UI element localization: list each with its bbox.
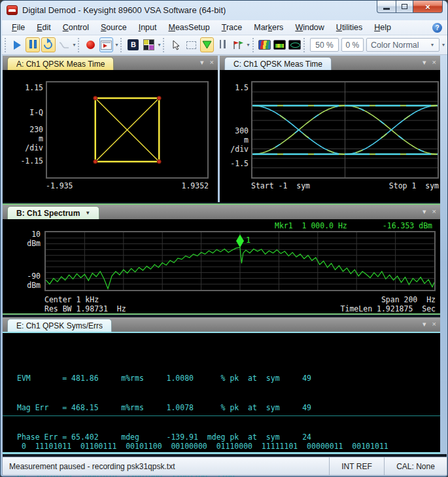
- menu-item-meassetup[interactable]: MeasSetup: [162, 21, 215, 34]
- constellation-state-point: [94, 160, 97, 164]
- spectrum-plot[interactable]: 1: [46, 232, 434, 290]
- menu-item-trace[interactable]: Trace: [216, 21, 249, 34]
- panel-e-dropdown-icon[interactable]: ▾: [422, 319, 426, 328]
- panel-a: A: Ch1 QPSK Meas Time ▾ × 1.15 I-Q 230 m…: [3, 56, 218, 202]
- c-x-axis-row: Start -1 sym Stop 1 sym: [251, 181, 439, 190]
- panel-b-dropdown-icon[interactable]: ▾: [422, 207, 426, 216]
- evm-row: EVM = 481.86 m%rms 1.0080 % pk at sym 49: [17, 374, 311, 383]
- constellation-state-point: [157, 160, 161, 164]
- panel-a-close-icon[interactable]: ×: [210, 58, 214, 67]
- menu-item-control[interactable]: Control: [57, 21, 95, 34]
- play-button[interactable]: [10, 37, 25, 52]
- toolbar-grip[interactable]: [252, 38, 256, 52]
- restart-button[interactable]: [41, 37, 56, 52]
- eye-display-button[interactable]: [288, 40, 301, 50]
- toolbar-grip[interactable]: [78, 38, 81, 52]
- eye-plot[interactable]: [252, 82, 438, 177]
- res-bw-label: Res BW 1.98731 Hz: [44, 304, 126, 313]
- record-dropdown-icon[interactable]: ▾: [115, 42, 118, 48]
- play-icon: [14, 41, 21, 50]
- titlebar[interactable]: Digital Demod - Keysight 89600 VSA Softw…: [1, 1, 448, 20]
- close-button[interactable]: ×: [413, 1, 443, 13]
- calibration-status[interactable]: CAL: None: [384, 457, 447, 475]
- zoom-select-icon: [186, 41, 196, 49]
- app-window: Digital Demod - Keysight 89600 VSA Softw…: [0, 0, 448, 477]
- run-dropdown-icon[interactable]: ▾: [73, 42, 75, 48]
- maximize-button[interactable]: [396, 1, 413, 13]
- trace-layout-icon: [143, 39, 154, 50]
- constellation-plot[interactable]: [47, 82, 207, 177]
- marker-flags-icon: [232, 40, 244, 50]
- c-y-max-label: 1.5: [221, 83, 249, 92]
- marker-peak-button[interactable]: [200, 37, 215, 52]
- marker-level: -16.353 dBm: [383, 221, 432, 230]
- color-mode-dropdown-icon: ▾: [431, 42, 434, 48]
- color-mode-select[interactable]: Color Normal ▾: [366, 38, 439, 52]
- restart-icon: [43, 39, 54, 50]
- minimize-button[interactable]: [377, 1, 396, 13]
- single-sweep-button[interactable]: [57, 37, 71, 52]
- b-data-button[interactable]: B: [126, 37, 141, 52]
- menu-item-markers[interactable]: Markers: [248, 21, 289, 34]
- menu-item-input[interactable]: Input: [133, 21, 163, 34]
- c-scale-unit-label: m: [221, 135, 249, 145]
- panel-a-body: 1.15 I-Q 230 m /div -1.15 -1.935 1.9352: [3, 70, 218, 202]
- menu-item-source[interactable]: Source: [95, 21, 133, 34]
- panel-a-dropdown-icon[interactable]: ▾: [200, 58, 204, 67]
- density-display-button[interactable]: [273, 40, 286, 50]
- panel-e-body: EVM = 481.86 m%rms 1.0080 % pk at sym 49…: [3, 332, 440, 454]
- tab-c[interactable]: C: Ch1 QPSK Meas Time: [224, 57, 332, 70]
- c-scale-div-label: /div: [221, 145, 249, 154]
- floor-input[interactable]: [341, 38, 364, 52]
- recorder-playback-button[interactable]: [99, 37, 114, 52]
- panel-c-tabbar: C: Ch1 QPSK Meas Time ▾ ×: [220, 56, 440, 70]
- menu-item-help[interactable]: Help: [368, 21, 397, 34]
- reference-status[interactable]: INT REF: [329, 457, 384, 475]
- symbol-row-0: 0 11101011 01100111 00101100 00100000 01…: [17, 442, 388, 451]
- menu-item-file[interactable]: File: [6, 21, 31, 34]
- panel-c: C: Ch1 QPSK Meas Time ▾ × 1.5 300 m /div…: [220, 56, 440, 202]
- a-y-min-label: -1.15: [7, 156, 43, 166]
- panel-b-tabbar: B: Ch1 Spectrum ▼ ▾ ×: [3, 205, 440, 219]
- menu-item-edit[interactable]: Edit: [31, 21, 57, 34]
- recorder-icon: [101, 41, 112, 50]
- toolbar-grip[interactable]: [303, 38, 307, 52]
- tab-a[interactable]: A: Ch1 QPSK Meas Time: [7, 57, 114, 70]
- offset-marker-button[interactable]: [215, 37, 230, 52]
- panel-b-close-icon[interactable]: ×: [432, 207, 436, 216]
- help-icon[interactable]: ?: [432, 23, 442, 33]
- tab-b[interactable]: B: Ch1 Spectrum ▼: [7, 206, 99, 219]
- toolbar-grip[interactable]: [163, 38, 166, 52]
- panel-c-close-icon[interactable]: ×: [432, 58, 436, 67]
- menu-item-utilities[interactable]: Utilities: [330, 21, 368, 34]
- select-tool-button[interactable]: [169, 37, 183, 52]
- marker-dropdown-icon[interactable]: ▾: [247, 42, 250, 48]
- marker-flags-button[interactable]: [231, 37, 245, 52]
- tab-b-dropdown-icon[interactable]: ▼: [85, 210, 90, 216]
- pause-button[interactable]: [26, 37, 40, 52]
- marker-1-diamond[interactable]: [236, 234, 244, 247]
- menu-item-window[interactable]: Window: [289, 21, 330, 34]
- toolbar-overflow-icon[interactable]: ▾: [442, 42, 445, 48]
- layout-dropdown-icon[interactable]: ▾: [158, 42, 160, 48]
- marker-readout: Mkr1 1 000.0 Hz: [275, 221, 347, 230]
- panel-c-body: 1.5 300 m /div -1.5 Start -1 sym Stop 1 …: [220, 70, 440, 202]
- close-icon: ×: [425, 2, 430, 12]
- record-button[interactable]: [84, 37, 98, 52]
- statusbar: Measurement paused - recording psk31qpsk…: [2, 457, 447, 476]
- b-y-max-label: 10: [8, 230, 41, 239]
- panel-e-close-icon[interactable]: ×: [432, 319, 436, 328]
- panel-b-body: Mkr1 1 000.0 Hz -16.353 dBm 10 dBm -90 d…: [3, 219, 440, 313]
- tab-e[interactable]: E: Ch1 QPSK Syms/Errs: [7, 319, 112, 332]
- panel-b: B: Ch1 Spectrum ▼ ▾ × Mkr1 1 000.0 Hz -1…: [3, 203, 440, 315]
- transparency-input[interactable]: [310, 38, 339, 52]
- a-y-max-label: 1.15: [7, 83, 43, 92]
- panel-c-dropdown-icon[interactable]: ▾: [422, 58, 426, 67]
- panel-e: E: Ch1 QPSK Syms/Errs ▾ × EVM = 481.86 m…: [3, 317, 440, 454]
- trace-layout-button[interactable]: [142, 37, 156, 52]
- window-title: Digital Demod - Keysight 89600 VSA Softw…: [22, 5, 226, 15]
- toolbar-grip[interactable]: [120, 38, 124, 52]
- zoom-select-button[interactable]: [184, 37, 199, 52]
- spectrogram-display-button[interactable]: [258, 40, 271, 50]
- toolbar-grip[interactable]: [5, 38, 8, 52]
